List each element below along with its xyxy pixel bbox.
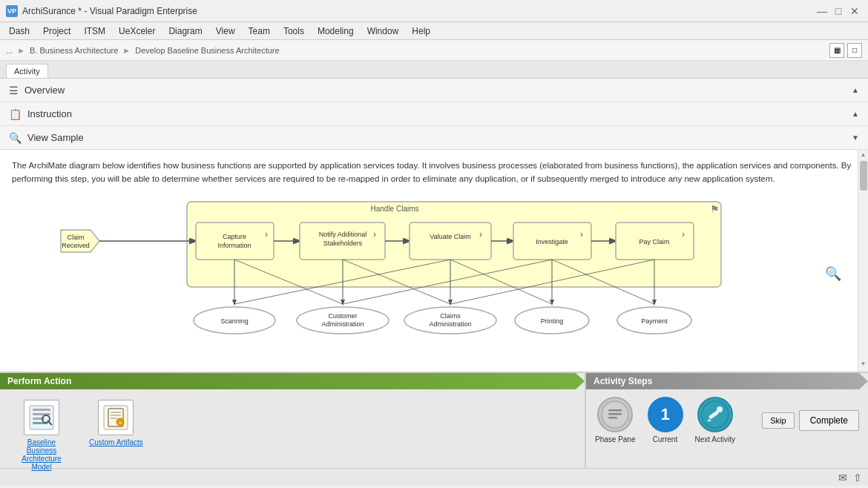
menu-help[interactable]: Help [406,24,436,38]
svg-rect-68 [608,413,622,415]
perform-action-header: Perform Action [0,373,585,389]
svg-text:Printing: Printing [541,317,564,325]
svg-text:›: › [373,229,376,240]
svg-text:Administration: Administration [321,320,364,328]
complete-button[interactable]: Complete [799,410,859,431]
svg-text:Pay Claim: Pay Claim [639,238,669,245]
action-item-custom[interactable]: + Custom Artifacts [86,397,146,474]
svg-rect-17 [410,222,491,260]
svg-text:Information: Information [217,242,251,249]
perform-action-panel: Perform Action Baseline Business Arch [0,373,586,468]
svg-text:Claim: Claim [67,234,84,241]
step-circle-next [697,397,733,432]
sample-content: The ArchiMate diagram below identifies h… [0,150,868,357]
menu-modeling[interactable]: Modeling [312,24,360,38]
close-button[interactable]: ✕ [847,4,862,19]
svg-rect-59 [104,406,128,429]
instruction-arrow: ▲ [852,110,859,118]
main-content: ☰ Overview ▲ 📋 Instruction ▲ 🔍 View Samp… [0,79,868,372]
activity-steps-header: Activity Steps [586,373,868,389]
svg-text:›: › [265,229,268,240]
breadcrumb-develop[interactable]: Develop Baseline Business Architecture [135,46,279,55]
breadcrumb-ellipsis[interactable]: ... [6,46,13,55]
title-bar: VP ArchiSurance * - Visual Paradigm Ente… [0,0,868,22]
activity-tab-bar: Activity [0,61,868,79]
upload-icon[interactable]: ⇧ [853,472,862,484]
svg-text:Stakeholders: Stakeholders [323,240,363,247]
viewsample-arrow: ▼ [852,133,859,142]
menu-dash[interactable]: Dash [3,24,36,38]
email-icon[interactable]: ✉ [838,472,847,484]
menu-tools[interactable]: Tools [277,24,310,38]
svg-text:⚑: ⚑ [710,203,720,215]
step-phase-pane: Phase Pane [595,397,636,444]
scroll-bar[interactable]: ▲ ▼ [858,150,868,372]
svg-text:Investigate: Investigate [536,238,568,245]
scroll-up[interactable]: ▲ [858,150,868,159]
maximize-button[interactable]: □ [831,4,846,19]
skip-button[interactable]: Skip [762,412,794,429]
menu-diagram[interactable]: Diagram [162,24,208,38]
window-controls[interactable]: — □ ✕ [815,4,862,19]
viewsample-title: View Sample [27,132,84,143]
step-label-phase: Phase Pane [595,435,636,444]
viewsample-icon: 🔍 [9,132,22,144]
step-next-activity: Next Activity [695,397,735,444]
svg-text:›: › [479,229,482,240]
menu-project[interactable]: Project [37,24,76,38]
svg-text:Received: Received [62,242,90,249]
scroll-down[interactable]: ▼ [858,359,868,369]
overview-title: Overview [24,85,65,96]
breadcrumb-icons: ▦ □ [829,43,862,58]
breadcrumb: ... ► B. Business Architecture ► Develop… [6,46,280,55]
instruction-icon: 📋 [9,108,22,120]
svg-text:Handle Claims: Handle Claims [370,205,418,213]
section-header-instruction[interactable]: 📋 Instruction ▲ [0,102,868,126]
bottom-area: Perform Action Baseline Business Arch [0,372,868,468]
step-current: 1 Current [648,397,683,444]
svg-text:Valuate Claim: Valuate Claim [430,233,470,240]
section-header-viewsample[interactable]: 🔍 View Sample ▼ [0,126,868,150]
svg-text:Scanning: Scanning [220,317,249,325]
menu-itsm[interactable]: ITSM [78,24,111,38]
breadcrumb-sep2: ► [122,46,131,55]
app-title: ArchiSurance * - Visual Paradigm Enterpr… [22,6,197,16]
action-label-custom: Custom Artifacts [89,438,143,446]
overview-arrow: ▲ [852,86,859,94]
breadcrumb-business-arch[interactable]: B. Business Architecture [30,46,118,55]
step-action-buttons: Skip Complete [762,410,859,431]
svg-text:›: › [682,229,685,240]
diagram-wrapper: Handle Claims ⚑ Claim Received Capture I… [12,194,856,355]
menu-bar: Dash Project ITSM UeXceler Diagram View … [0,22,868,40]
menu-window[interactable]: Window [361,24,405,38]
svg-text:Administration: Administration [429,320,471,328]
zoom-icon[interactable]: 🔍 [825,263,841,285]
activity-steps-content: Phase Pane 1 Current [586,394,868,446]
menu-view[interactable]: View [210,24,241,38]
menu-uexceler[interactable]: UeXceler [113,24,161,38]
perform-action-items: Baseline Business Architecture Model + C… [0,394,585,477]
breadcrumb-icon-1[interactable]: ▦ [829,43,844,58]
svg-rect-7 [196,222,274,260]
breadcrumb-icon-2[interactable]: □ [847,43,862,58]
sample-text: The ArchiMate diagram below identifies h… [12,159,856,186]
svg-text:Customer: Customer [328,312,357,320]
app-icon: VP [6,5,18,17]
minimize-button[interactable]: — [815,4,829,19]
tab-activity[interactable]: Activity [6,64,48,78]
svg-text:Claims: Claims [440,312,461,320]
scroll-thumb[interactable] [860,161,867,191]
svg-text:Notify Additional: Notify Additional [319,231,367,238]
action-item-baseline[interactable]: Baseline Business Architecture Model [9,397,74,474]
activity-steps-panel: Activity Steps Phase Pane 1 [586,373,868,468]
step-label-next: Next Activity [695,435,735,444]
action-icon-custom: + [98,400,134,435]
action-icon-baseline [24,400,59,435]
section-header-overview[interactable]: ☰ Overview ▲ [0,79,868,102]
overview-icon: ☰ [9,85,19,96]
step-circle-current: 1 [648,397,683,432]
menu-team[interactable]: Team [243,24,276,38]
archimate-diagram: Handle Claims ⚑ Claim Received Capture I… [16,198,795,346]
action-label-baseline: Baseline Business Architecture Model [12,438,71,471]
instruction-title: Instruction [27,108,72,119]
